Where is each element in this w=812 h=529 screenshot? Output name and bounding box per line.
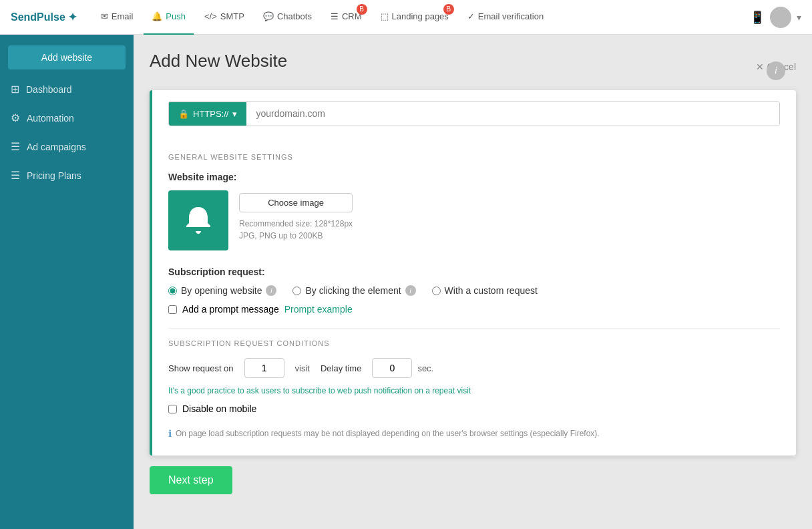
logo-symbol: ✦ xyxy=(68,11,77,23)
pricing-plans-label: Pricing Plans xyxy=(27,170,81,181)
nav-item-push[interactable]: 🔔 Push xyxy=(144,0,194,35)
crm-badge: B xyxy=(357,4,367,15)
sidebar-item-ad-campaigns[interactable]: ☰ Ad campaigns xyxy=(0,132,134,161)
show-request-label: Show request on xyxy=(168,363,234,373)
notice-row: ℹ On page load subscription requests may… xyxy=(168,427,780,439)
add-prompt-label: Add a prompt message xyxy=(182,304,279,315)
smtp-nav-label: SMTP xyxy=(220,11,244,21)
add-prompt-row: Add a prompt message Prompt example xyxy=(168,304,780,315)
nav-item-email-verification[interactable]: ✓ Email verification xyxy=(459,0,552,35)
protocol-label: HTTPS:// xyxy=(193,109,228,119)
radio-by-opening-label: By opening website xyxy=(181,285,262,296)
website-image-label: Website image: xyxy=(168,172,780,182)
cancel-area: Add New Website ✕ Cancel xyxy=(150,51,796,82)
email-nav-label: Email xyxy=(112,11,134,21)
add-prompt-checkbox[interactable] xyxy=(168,305,177,314)
mobile-preview-icon[interactable]: 📱 xyxy=(750,10,765,25)
automation-label: Automation xyxy=(27,113,74,124)
delay-value-input[interactable] xyxy=(372,358,412,378)
nav-right: 📱 ▾ xyxy=(750,7,801,28)
radio-by-opening[interactable]: By opening website i xyxy=(168,285,276,296)
subscription-radio-group: By opening website i By clicking the ele… xyxy=(168,285,780,296)
bell-icon xyxy=(182,204,214,236)
dashboard-icon: ⊞ xyxy=(11,83,19,96)
url-bar: 🔒 HTTPS:// ▾ xyxy=(168,101,780,126)
sidebar-item-dashboard[interactable]: ⊞ Dashboard xyxy=(0,75,134,104)
smtp-nav-icon: </> xyxy=(204,11,217,21)
protocol-selector[interactable]: 🔒 HTTPS:// ▾ xyxy=(169,102,246,126)
email-nav-icon: ✉ xyxy=(101,11,108,21)
delay-label: Delay time xyxy=(321,363,361,373)
radio-custom-request[interactable]: With a custom request xyxy=(432,285,538,296)
visit-hint-text: It's a good practice to ask users to sub… xyxy=(168,386,780,395)
landing-badge: B xyxy=(443,4,454,15)
nav-item-landing[interactable]: ⬚ Landing pages B xyxy=(373,0,457,35)
image-hint: Recommended size: 128*128px JPG, PNG up … xyxy=(239,218,353,242)
conditions-label: SUBSCRIPTION REQUEST CONDITIONS xyxy=(168,339,780,347)
image-actions: Choose image Recommended size: 128*128px… xyxy=(239,190,353,242)
subscription-request-label: Subscription request: xyxy=(168,267,780,277)
next-step-button[interactable]: Next step xyxy=(150,466,232,494)
avatar-chevron[interactable]: ▾ xyxy=(797,12,801,23)
lock-icon: 🔒 xyxy=(178,109,189,119)
chatbots-nav-label: Chatbots xyxy=(277,11,312,21)
radio-by-clicking[interactable]: By clicking the element i xyxy=(292,285,415,296)
image-preview xyxy=(168,190,228,250)
landing-nav-label: Landing pages xyxy=(392,11,449,21)
info-icon: i xyxy=(775,65,777,76)
nav-item-email[interactable]: ✉ Email xyxy=(93,0,142,35)
general-settings-label: GENERAL WEBSITE SETTINGS xyxy=(168,153,780,161)
domain-input[interactable] xyxy=(246,102,779,126)
conditions-section: SUBSCRIPTION REQUEST CONDITIONS Show req… xyxy=(168,328,780,439)
prompt-example-link[interactable]: Prompt example xyxy=(284,304,353,315)
nav-item-crm[interactable]: ☰ CRM B xyxy=(323,0,370,35)
cancel-x-icon: ✕ xyxy=(756,61,764,72)
disable-mobile-label: Disable on mobile xyxy=(182,403,256,414)
settings-section: GENERAL WEBSITE SETTINGS Website image: … xyxy=(152,137,796,456)
image-hint-line2: JPG, PNG up to 200KB xyxy=(239,230,353,242)
radio-by-clicking-label: By clicking the element xyxy=(305,285,401,296)
ad-campaigns-icon: ☰ xyxy=(11,140,20,153)
dashboard-label: Dashboard xyxy=(26,84,72,95)
main-content: Add New Website ✕ Cancel i 🔒 HTTPS:// ▾ xyxy=(134,35,812,529)
help-icon-button[interactable]: i xyxy=(767,61,785,80)
app-logo: SendPulse ✦ xyxy=(11,11,77,23)
show-request-row: Show request on visit Delay time sec. xyxy=(168,358,780,378)
user-avatar[interactable] xyxy=(770,7,791,28)
delay-group: sec. xyxy=(372,358,433,378)
image-hint-line1: Recommended size: 128*128px xyxy=(239,218,353,230)
push-nav-icon: 🔔 xyxy=(152,11,162,21)
delay-unit: sec. xyxy=(417,363,433,373)
top-navigation: SendPulse ✦ ✉ Email 🔔 Push </> SMTP 💬 Ch… xyxy=(0,0,812,35)
notice-info-icon: ℹ xyxy=(168,428,172,439)
nav-item-smtp[interactable]: </> SMTP xyxy=(196,0,252,35)
sidebar-item-pricing-plans[interactable]: ☰ Pricing Plans xyxy=(0,161,134,190)
radio-by-opening-input[interactable] xyxy=(168,287,177,295)
by-opening-info-icon[interactable]: i xyxy=(266,285,276,296)
pricing-plans-icon: ☰ xyxy=(11,169,20,182)
sidebar-item-automation[interactable]: ⚙ Automation xyxy=(0,104,134,132)
push-nav-label: Push xyxy=(166,11,186,21)
sidebar: Add website ⊞ Dashboard ⚙ Automation ☰ A… xyxy=(0,35,134,529)
radio-custom-input[interactable] xyxy=(432,287,441,295)
disable-mobile-row: Disable on mobile xyxy=(168,403,780,414)
main-layout: Add website ⊞ Dashboard ⚙ Automation ☰ A… xyxy=(0,35,812,529)
page-title: Add New Website xyxy=(150,51,287,71)
logo-text: SendPulse xyxy=(11,11,65,23)
by-clicking-info-icon[interactable]: i xyxy=(405,285,416,296)
choose-image-button[interactable]: Choose image xyxy=(239,193,353,212)
chatbots-nav-icon: 💬 xyxy=(263,11,274,21)
visit-count-input[interactable] xyxy=(244,358,284,378)
email-verification-label: Email verification xyxy=(478,11,544,21)
add-website-button[interactable]: Add website xyxy=(8,45,126,69)
nav-item-chatbots[interactable]: 💬 Chatbots xyxy=(255,0,320,35)
disable-mobile-checkbox[interactable] xyxy=(168,405,177,413)
main-card: 🔒 HTTPS:// ▾ GENERAL WEBSITE SETTINGS We… xyxy=(150,90,796,456)
radio-by-clicking-input[interactable] xyxy=(292,287,301,295)
crm-nav-icon: ☰ xyxy=(331,11,339,21)
visit-unit: visit xyxy=(295,363,310,373)
radio-custom-label: With a custom request xyxy=(445,285,538,296)
ad-campaigns-label: Ad campaigns xyxy=(27,142,86,152)
protocol-chevron: ▾ xyxy=(232,109,237,119)
email-verification-icon: ✓ xyxy=(467,11,475,21)
